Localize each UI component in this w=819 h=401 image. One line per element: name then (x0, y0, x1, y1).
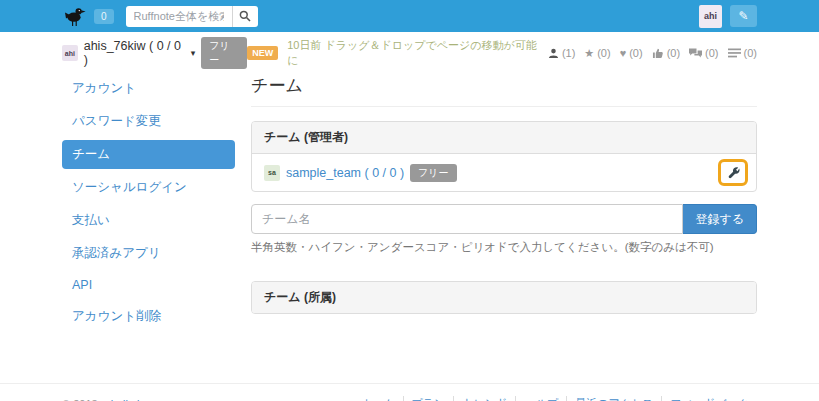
global-search-group (126, 6, 258, 27)
copyright-text: © 2013 (62, 398, 98, 401)
search-icon (239, 10, 251, 22)
company-link[interactable]: mindia inc. (102, 398, 155, 401)
settings-sidebar: アカウント パスワード変更 チーム ソーシャルログイン 支払い 承認済みアプリ … (62, 74, 235, 335)
sidebar-item-account[interactable]: アカウント (62, 74, 235, 103)
chevron-down-icon[interactable]: ▾ (191, 48, 196, 58)
user-mini-avatar[interactable]: ahi (62, 45, 78, 61)
subheader: ahi ahis_76kiw ( 0 / 0 ) ▾ フリー NEW 10日前 … (0, 40, 819, 66)
notification-count-badge[interactable]: 0 (94, 9, 114, 24)
footer-link-home[interactable]: ホーム (353, 396, 403, 401)
star-icon: ★ (584, 48, 594, 59)
plan-badge: フリー (201, 37, 247, 69)
thumbs-up-icon (652, 48, 664, 59)
news-link[interactable]: 10日前 ドラッグ＆ドロップでページの移動が可能に (287, 38, 539, 68)
heart-icon: ♥ (620, 48, 627, 59)
team-name-link[interactable]: sample_team ( 0 / 0 ) (286, 166, 404, 180)
sidebar-item-payment[interactable]: 支払い (62, 206, 235, 235)
admin-team-panel: チーム (管理者) sa sample_team ( 0 / 0 ) フリー (251, 121, 757, 192)
admin-panel-heading: チーム (管理者) (252, 122, 756, 154)
username-dropdown[interactable]: ahis_76kiw ( 0 / 0 ) (84, 39, 187, 67)
list-icon (728, 48, 741, 58)
likes-stat[interactable]: ♥ (0) (620, 47, 643, 59)
footer-link-help[interactable]: ヘルプ (515, 396, 566, 401)
content-area: アカウント パスワード変更 チーム ソーシャルログイン 支払い 承認済みアプリ … (0, 74, 819, 335)
sidebar-item-delete-account[interactable]: アカウント削除 (62, 302, 235, 331)
search-input[interactable] (126, 6, 232, 27)
footer-link-trend[interactable]: トレンド (453, 396, 515, 401)
search-button[interactable] (232, 6, 258, 27)
footer-link-recent-access[interactable]: 最近のアクセス (566, 396, 661, 401)
footer-link-feedback[interactable]: フィードバック (661, 396, 757, 401)
sidebar-item-api[interactable]: API (62, 272, 235, 298)
team-settings-button[interactable] (718, 159, 748, 186)
main-panel: チーム チーム (管理者) sa sample_team ( 0 / 0 ) フ… (251, 74, 757, 335)
footer-nav: ホーム プラン トレンド ヘルプ 最近のアクセス フィードバック (353, 396, 757, 401)
thumbs-stat[interactable]: (0) (652, 47, 680, 59)
comments-stat[interactable]: (0) (689, 47, 718, 59)
team-name-help-text: 半角英数・ハイフン・アンダースコア・ピリオドで入力してください。(数字のみは不可… (251, 240, 757, 255)
bird-logo-icon[interactable] (62, 5, 86, 27)
new-note-button[interactable]: ✎ (730, 5, 757, 27)
footer: © 2013 mindia inc. ホーム プラン トレンド ヘルプ 最近のア… (0, 383, 819, 401)
page-title: チーム (251, 74, 757, 107)
team-name-input[interactable] (251, 204, 683, 234)
news-new-badge: NEW (247, 46, 278, 60)
user-icon (548, 48, 559, 59)
stars-stat[interactable]: ★ (0) (584, 47, 610, 59)
member-team-panel: チーム (所属) (251, 281, 757, 314)
team-row: sa sample_team ( 0 / 0 ) フリー (252, 154, 756, 191)
sidebar-item-approved-apps[interactable]: 承認済みアプリ (62, 239, 235, 268)
notes-stat[interactable]: (0) (728, 47, 757, 59)
sidebar-item-password[interactable]: パスワード変更 (62, 107, 235, 136)
comments-icon (689, 48, 702, 59)
pencil-icon: ✎ (738, 9, 748, 23)
sidebar-item-social-login[interactable]: ソーシャルログイン (62, 173, 235, 202)
top-navbar: 0 ahi ✎ (0, 0, 819, 32)
user-avatar[interactable]: ahi (699, 5, 722, 28)
sidebar-item-team[interactable]: チーム (62, 140, 235, 169)
create-team-form: 登録する (251, 204, 757, 234)
footer-link-plan[interactable]: プラン (403, 396, 454, 401)
wrench-icon (727, 166, 740, 179)
team-avatar[interactable]: sa (264, 165, 280, 181)
register-button[interactable]: 登録する (683, 204, 757, 234)
team-plan-badge: フリー (410, 164, 456, 182)
member-panel-heading: チーム (所属) (252, 282, 756, 313)
followers-stat[interactable]: (1) (548, 47, 575, 59)
